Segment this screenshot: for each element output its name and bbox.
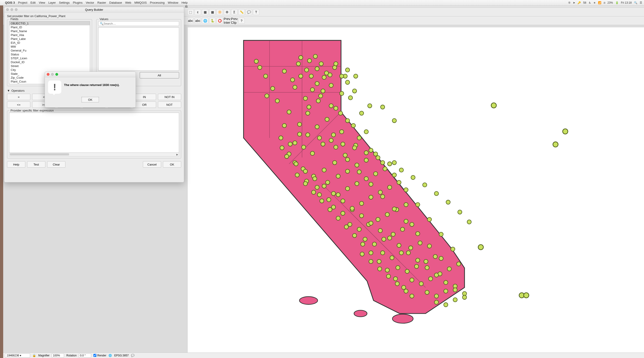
plant-point <box>334 145 338 149</box>
field-item[interactable]: Street <box>9 64 90 68</box>
coordinate-box[interactable]: :19468236 ▾ <box>5 353 30 357</box>
menu-raster[interactable]: Raster <box>97 1 106 4</box>
test-button[interactable]: Test <box>27 161 45 168</box>
render-checkbox[interactable]: Render <box>94 354 106 357</box>
toolbar-button[interactable]: 💬 <box>246 9 252 15</box>
minimize-icon[interactable] <box>10 8 13 11</box>
plant-point <box>364 158 368 162</box>
expression-textarea[interactable] <box>9 113 179 153</box>
field-item[interactable]: MW <box>9 45 90 49</box>
disclosure-triangle-icon[interactable]: ▼ <box>7 89 10 92</box>
magnifier-input[interactable] <box>52 353 64 357</box>
menu-web[interactable]: Web <box>125 1 131 4</box>
fields-label: Fields <box>10 17 19 21</box>
toolbar-button[interactable]: abc <box>194 18 201 24</box>
close-icon[interactable] <box>6 8 9 11</box>
messages-icon[interactable]: 💬 <box>131 354 134 357</box>
menu-vector[interactable]: Vector <box>86 1 94 4</box>
toolbar-button[interactable]: ▦ <box>202 9 208 15</box>
toolbar-button[interactable]: 🐍 <box>209 18 216 24</box>
operator-button[interactable]: = <box>7 94 30 100</box>
operator-button[interactable]: IN <box>133 94 156 100</box>
dialog-titlebar[interactable]: Query Builder <box>4 7 184 13</box>
toolbar-button[interactable]: 📏 <box>238 9 245 15</box>
menu-layer[interactable]: Layer <box>48 1 56 4</box>
menu-help[interactable]: Help <box>182 1 188 4</box>
all-button[interactable]: All <box>140 72 179 79</box>
menu-window[interactable]: Window <box>168 1 178 4</box>
alert-ok-button[interactable]: OK <box>82 97 99 102</box>
crs-icon[interactable]: 🌐 <box>108 354 112 357</box>
clear-button[interactable]: Clear <box>47 161 66 168</box>
expression-scrollbar[interactable]: ◀ ▶ <box>9 153 179 156</box>
plant-point <box>457 262 461 266</box>
toolbar-button[interactable]: ⭕ <box>216 18 223 24</box>
zoom-icon[interactable] <box>15 8 18 11</box>
toolbar-button[interactable]: Prev Inter <box>224 18 230 24</box>
field-item[interactable]: City <box>9 68 90 72</box>
rotation-input[interactable] <box>79 353 91 357</box>
values-search-input[interactable] <box>104 22 178 25</box>
operator-button[interactable]: NOT <box>158 102 181 108</box>
operator-button[interactable]: NOT IN <box>158 94 181 100</box>
toolbar-button[interactable]: T <box>253 9 259 15</box>
cancel-button[interactable]: Cancel <box>143 161 161 168</box>
zoom-icon[interactable] <box>56 73 58 76</box>
field-item[interactable]: STEP_Licen <box>9 56 90 60</box>
toolbar-button[interactable]: ▦ <box>209 9 216 15</box>
operator-button[interactable]: OR <box>133 102 156 108</box>
menu-edit[interactable]: Edit <box>30 1 36 4</box>
accessibility-icon[interactable]: ♿︎ <box>588 1 591 4</box>
list-icon[interactable]: ☰ <box>640 1 642 4</box>
alert-titlebar[interactable] <box>45 72 136 77</box>
toolbar-button[interactable]: Σ <box>231 9 238 15</box>
app-name[interactable]: QGIS 3 <box>5 1 15 4</box>
menu-mmqgis[interactable]: MMQGIS <box>134 1 147 4</box>
menu-plugins[interactable]: Plugins <box>73 1 83 4</box>
menu-database[interactable]: Database <box>110 1 122 4</box>
field-item[interactable]: Status <box>9 53 90 56</box>
bluetooth-icon[interactable]: ∗ <box>594 1 596 4</box>
spotlight-icon[interactable]: 🔍 <box>634 1 638 4</box>
lock-icon[interactable]: 🔒 <box>32 354 36 357</box>
toolbar-button[interactable]: ⚙ <box>224 9 230 15</box>
scroll-right-icon[interactable]: ▶ <box>176 153 179 156</box>
status-icon[interactable]: ⑤ <box>568 1 570 4</box>
field-item[interactable]: Docket_ID <box>9 60 90 64</box>
operator-button[interactable]: <= <box>7 102 30 108</box>
toolbar-button[interactable]: 🔆 <box>216 9 223 15</box>
minimize-icon[interactable] <box>51 73 54 76</box>
menu-settings[interactable]: Settings <box>59 1 70 4</box>
toolbar-button[interactable]: 🌐 <box>202 18 208 24</box>
crs-label[interactable]: EPSG:3857 <box>114 354 128 357</box>
wifi-icon[interactable]: 📶 <box>598 1 602 4</box>
field-item[interactable]: Plant_Labe <box>9 37 90 41</box>
plant-point <box>453 288 457 292</box>
toolbar-button[interactable]: ε <box>194 9 201 15</box>
field-item[interactable]: Plant_Name <box>9 29 90 33</box>
ok-button[interactable]: OK <box>163 161 181 168</box>
help-button[interactable]: Help <box>7 161 25 168</box>
field-item[interactable]: Plant_ID <box>9 25 90 29</box>
status-icon[interactable]: ➤ <box>573 1 575 4</box>
field-item[interactable]: EIA_ID <box>9 41 90 45</box>
field-item[interactable]: OBJECTID_1 <box>9 22 90 25</box>
toolbar-button[interactable]: ? <box>238 18 245 24</box>
display-icon[interactable]: ⎚ <box>604 1 605 4</box>
menu-view[interactable]: View <box>39 1 45 4</box>
toolbar-button[interactable]: ⬚ <box>187 9 194 15</box>
values-list[interactable] <box>98 27 179 71</box>
toolbar-button[interactable]: Prev Clip <box>231 18 238 24</box>
key-icon[interactable]: 🔑 <box>578 1 581 4</box>
menu-project[interactable]: Project <box>18 1 27 4</box>
close-icon[interactable] <box>47 73 50 76</box>
field-item[interactable]: Plant_Alia <box>9 33 90 37</box>
menu-processing[interactable]: Processing <box>150 1 164 4</box>
battery-icon[interactable]: 🔋 <box>615 1 619 4</box>
toolbar-button[interactable]: abc <box>187 18 194 24</box>
values-search[interactable]: 🔍 <box>98 21 179 26</box>
field-item[interactable]: General_Fu <box>9 49 90 53</box>
scrollbar-thumb[interactable] <box>10 153 69 156</box>
map-canvas[interactable] <box>187 27 644 352</box>
plant-point <box>453 298 457 302</box>
